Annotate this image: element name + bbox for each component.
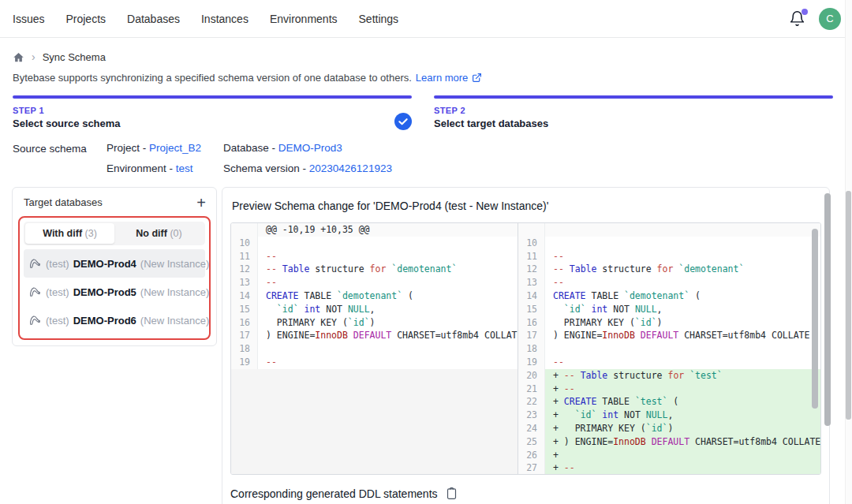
code-token: int [602,409,618,420]
code-token [266,304,277,315]
code-token: CHARSET=utf8mb4 COLLATE [689,436,820,447]
code-token: -- [266,277,277,288]
code-token: + [553,396,564,407]
nav-item-instances[interactable]: Instances [201,13,248,25]
diff-line: 18 [518,342,820,356]
source-field-name: Environment - [106,162,176,174]
add-target-database-button[interactable]: + [196,197,206,208]
tab-no-diff[interactable]: No diff (0) [114,223,204,244]
code-token: -- [266,251,277,262]
diff-line: 11-- [518,250,820,263]
code-text: + -- Table structure for `test` [545,369,820,383]
diff-line: 12-- Table structure for `demotenant` [518,263,820,276]
code-token: Table [282,263,310,274]
diff-line-number: 20 [518,369,545,383]
diff-line: 19-- [518,356,820,369]
nav-item-environments[interactable]: Environments [270,13,338,25]
code-text: -- [258,250,518,263]
window-scrollbar-thumb[interactable] [846,191,851,420]
nav-item-issues[interactable]: Issues [13,13,44,25]
step-2-title: Select target databases [434,118,833,129]
code-token: `id` [564,304,586,315]
nav-item-databases[interactable]: Databases [127,13,180,25]
diff-pane-old: @@ -10,19 +10,35 @@1011--12-- Table stru… [231,223,518,474]
external-link-icon[interactable] [472,73,482,83]
source-schema-summary: Source schema Project - Project_B2Databa… [13,142,833,174]
diff-line-number: 11 [518,250,545,263]
code-token: @@ -10,19 +10,35 @@ [266,224,370,235]
source-field-value-link[interactable]: 20230426121923 [309,162,392,174]
code-text [545,223,820,237]
diff-line: 10 [231,237,518,250]
nav-item-projects[interactable]: Projects [65,13,106,25]
code-token: PRIMARY KEY ( [266,317,348,328]
code-token: NOT [618,409,646,420]
diff-line: 25+ ) ENGINE=InnoDB DEFAULT CHARSET=utf8… [518,435,820,449]
diff-hunk-header: @@ -10,19 +10,35 @@ [231,223,518,237]
diff-line: 14CREATE TABLE `demotenant` ( [231,289,518,303]
code-token: -- [564,383,575,394]
code-token: `id` [348,317,370,328]
code-token: CHARSET=utf8mb4 COLLATE [391,330,518,341]
diff-pane-scrollbar[interactable] [812,229,818,409]
code-token: `demotenant` [391,263,457,274]
diff-empty-filler [231,369,518,474]
target-database-list: (test)DEMO-Prod4(New Instance)(test)DEMO… [24,249,205,334]
code-text [545,237,820,250]
diff-line-number: 13 [518,276,545,289]
diff-line: 21+ -- [518,383,820,396]
source-field-value-link[interactable]: Project_B2 [149,142,201,154]
target-database-row[interactable]: (test)DEMO-Prod6(New Instance) [24,306,205,334]
code-text: -- [545,356,820,369]
code-token: TABLE [586,290,624,301]
code-text: `id` int NOT NULL, [545,303,820,316]
source-field-value-link[interactable]: DEMO-Prod3 [278,142,342,154]
copy-clipboard-icon[interactable] [446,487,458,500]
diff-line-number: 27 [518,461,545,474]
step-1-label: STEP 1 [13,106,412,115]
mysql-icon [29,258,42,269]
source-field-value-link[interactable]: test [176,162,193,174]
nav-right: C [789,8,841,30]
db-environment: (test) [46,258,69,270]
code-token: , [657,304,663,315]
content-scrollbar[interactable] [824,193,831,426]
ddl-statements-label: Corresponding generated DDL statements [230,487,438,500]
diff-line: 11-- [231,250,518,263]
source-field-name: Project - [106,142,149,154]
nav-items: IssuesProjectsDatabasesInstancesEnvironm… [13,13,398,25]
code-text: + [545,449,820,462]
code-token: , [667,409,673,420]
code-token: TABLE [596,396,634,407]
code-token: `demotenant` [678,263,744,274]
step-2-bar [434,95,833,99]
mysql-icon [29,286,42,297]
learn-more-link[interactable]: Learn more [416,72,468,84]
tab-count: (3) [85,228,97,239]
code-token: -- [266,263,277,274]
code-token: NOT [320,304,348,315]
code-token: `id` [575,409,597,420]
diff-line-number: 25 [518,435,545,449]
step-1-title: Select source schema [13,118,412,129]
tab-with-diff[interactable]: With diff (3) [25,223,114,244]
diff-line: 24+ PRIMARY KEY (`id`) [518,422,820,435]
code-text: + -- [545,461,820,474]
diff-line: 22+ CREATE TABLE `test` ( [518,395,820,409]
avatar[interactable]: C [819,8,841,30]
nav-item-settings[interactable]: Settings [359,13,399,25]
code-token [299,304,305,315]
code-text: -- Table structure for `demotenant` [545,263,820,276]
diff-line-number: 17 [518,329,545,342]
notification-dot [802,9,808,15]
target-database-row[interactable]: (test)DEMO-Prod5(New Instance) [24,278,205,306]
code-token: for [657,263,674,274]
home-icon[interactable] [13,51,24,63]
target-database-row[interactable]: (test)DEMO-Prod4(New Instance) [24,249,205,278]
window-scrollbar-track[interactable] [845,0,852,504]
tab-label: No diff [136,228,170,239]
notification-bell-icon[interactable] [789,10,806,28]
code-text: + -- [545,383,820,396]
code-text: @@ -10,19 +10,35 @@ [258,223,518,237]
code-token: -- [266,357,277,368]
